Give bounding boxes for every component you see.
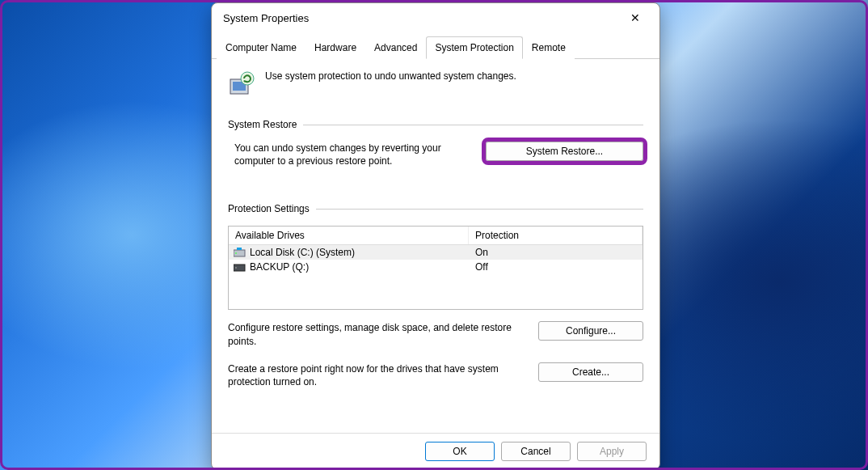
- drive-protection: Off: [469, 261, 643, 273]
- disk-system-icon: [234, 248, 246, 257]
- configure-button[interactable]: Configure...: [538, 321, 643, 341]
- col-header-drive[interactable]: Available Drives: [229, 227, 469, 244]
- section-protection-header: Protection Settings: [228, 203, 643, 214]
- tab-strip: Computer Name Hardware Advanced System P…: [212, 36, 659, 59]
- dialog-footer: OK Cancel Apply: [212, 433, 659, 469]
- tab-hardware[interactable]: Hardware: [305, 36, 365, 59]
- drive-name: Local Disk (C:) (System): [250, 247, 355, 258]
- intro-text: Use system protection to undo unwanted s…: [265, 70, 516, 82]
- apply-button: Apply: [577, 442, 647, 461]
- create-description: Create a restore point right now for the…: [228, 362, 525, 388]
- configure-row: Configure restore settings, manage disk …: [228, 321, 643, 347]
- table-row[interactable]: Local Disk (C:) (System) On: [229, 245, 643, 260]
- close-icon: ✕: [630, 11, 640, 24]
- restore-shield-icon: [228, 70, 255, 98]
- close-button[interactable]: ✕: [617, 6, 653, 29]
- ok-button[interactable]: OK: [425, 442, 495, 461]
- drive-name: BACKUP (Q:): [250, 261, 309, 273]
- create-button[interactable]: Create...: [538, 362, 643, 382]
- system-properties-dialog: System Properties ✕ Computer Name Hardwa…: [211, 2, 660, 470]
- restore-row: You can undo system changes by reverting…: [228, 142, 643, 167]
- svg-point-7: [235, 267, 237, 269]
- tab-advanced[interactable]: Advanced: [365, 36, 426, 59]
- titlebar: System Properties ✕: [212, 3, 659, 32]
- disk-icon: [234, 262, 246, 272]
- drives-header: Available Drives Protection: [229, 227, 643, 245]
- window-title: System Properties: [223, 12, 617, 24]
- svg-point-2: [241, 72, 254, 85]
- create-row: Create a restore point right now for the…: [228, 362, 643, 388]
- col-header-protection[interactable]: Protection: [469, 227, 643, 244]
- drives-table[interactable]: Available Drives Protection Local Disk (…: [228, 226, 643, 310]
- tab-content: Use system protection to undo unwanted s…: [212, 59, 659, 433]
- svg-rect-4: [237, 248, 242, 250]
- cancel-button[interactable]: Cancel: [501, 442, 571, 461]
- drives-body: Local Disk (C:) (System) On BACKUP (Q:) …: [229, 245, 643, 274]
- tab-computer-name[interactable]: Computer Name: [217, 36, 305, 59]
- section-protection-title: Protection Settings: [228, 203, 310, 214]
- svg-point-5: [235, 252, 237, 254]
- drive-protection: On: [469, 247, 643, 258]
- tab-remote[interactable]: Remote: [523, 36, 575, 59]
- table-row[interactable]: BACKUP (Q:) Off: [229, 260, 643, 274]
- divider-line: [303, 125, 643, 125]
- system-restore-button[interactable]: System Restore...: [486, 142, 643, 161]
- configure-description: Configure restore settings, manage disk …: [228, 321, 525, 347]
- restore-description: You can undo system changes by reverting…: [234, 142, 473, 167]
- section-restore-title: System Restore: [228, 119, 297, 130]
- intro-row: Use system protection to undo unwanted s…: [228, 70, 643, 98]
- tab-system-protection[interactable]: System Protection: [426, 36, 522, 59]
- section-restore-header: System Restore: [228, 119, 643, 130]
- divider-line: [316, 209, 643, 210]
